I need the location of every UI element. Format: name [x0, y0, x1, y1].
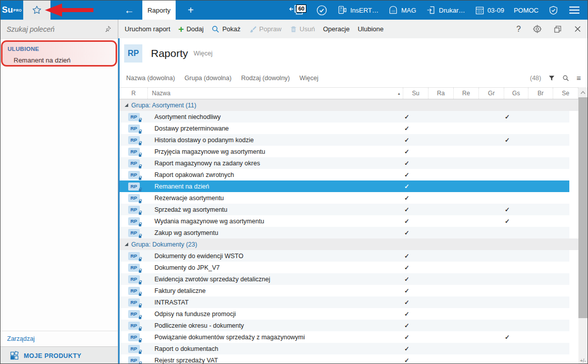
report-name: Faktury detaliczne — [148, 287, 394, 294]
report-name: Dostawy przeterminowane — [148, 125, 394, 132]
column-header-gs[interactable]: Gs — [504, 88, 528, 99]
quicklaunch-insert[interactable]: InsERT… — [337, 5, 379, 15]
check-cell-su: ✓ — [394, 160, 419, 167]
search-icon[interactable] — [562, 75, 569, 82]
new-tab-button[interactable]: + — [188, 1, 194, 20]
report-type-cell: RP — [120, 333, 148, 341]
table-row[interactable]: RPRaport opakowań zwrotnych✓ — [120, 169, 569, 180]
group-row[interactable]: Grupa: Dokumenty (23) — [120, 238, 578, 250]
table-row[interactable]: RPSprzedaż wg asortymentu✓✓ — [120, 204, 569, 215]
column-header-su[interactable]: Su — [403, 88, 429, 99]
status-check-button[interactable] — [316, 5, 328, 16]
operations-menu[interactable]: Operacje — [323, 25, 350, 33]
table-row[interactable]: RPDokumenty do ewidencji WSTO✓ — [120, 250, 569, 262]
resize-grip[interactable]: +/- — [578, 358, 587, 363]
gear-icon[interactable] — [533, 25, 542, 33]
table-row[interactable]: RPPodliczenie okresu - dokumenty✓ — [120, 320, 569, 331]
my-products-bar[interactable]: MOJE PRODUKTY — [1, 346, 118, 364]
table-row[interactable]: RPZakup wg asortymentu✓ — [120, 227, 569, 238]
table-row[interactable]: RPDokumenty do JPK_V7✓ — [120, 262, 569, 273]
column-header-se[interactable]: Se — [553, 88, 578, 99]
table-row[interactable]: RPINTRASTAT✓ — [120, 296, 569, 308]
scrollbar-thumb[interactable] — [578, 97, 587, 318]
filter-name[interactable]: Nazwa (dowolna) — [126, 75, 175, 82]
quicklaunch-drukarka[interactable]: Drukar… — [426, 5, 465, 15]
report-type-cell: RP — [120, 298, 148, 307]
check-cell-su: ✓ — [394, 357, 419, 364]
app-logo[interactable]: SuPRO — [1, 1, 23, 20]
scroll-up-arrow[interactable] — [578, 87, 587, 97]
table-row[interactable]: RPHistoria dostawy o podanym kodzie✓✓ — [120, 134, 569, 146]
table-row[interactable]: RPRezerwacje asortymentu✓ — [120, 192, 569, 204]
main-menu-button[interactable] — [568, 6, 580, 15]
report-name: Historia dostawy o podanym kodzie — [148, 137, 394, 144]
add-button[interactable]: +Dodaj — [178, 25, 203, 33]
rp-badge-icon: RP — [128, 194, 140, 202]
lock-icon — [139, 293, 141, 296]
funnel-icon[interactable] — [548, 75, 555, 82]
filter-type[interactable]: Rodzaj (dowolny) — [241, 75, 290, 82]
close-icon[interactable] — [574, 25, 581, 33]
table-row[interactable]: RPPrzyjęcia magazynowe wg asortymentu✓ — [120, 146, 569, 157]
filter-more[interactable]: Więcej — [299, 75, 318, 82]
favorites-star-button[interactable] — [23, 1, 50, 20]
report-name: Zakup wg asortymentu — [148, 229, 394, 236]
report-name: Raport opakowań zwrotnych — [148, 171, 394, 178]
table-row[interactable]: RPPowiązanie dokumentów sprzedaży z maga… — [120, 331, 569, 343]
favorites-menu[interactable]: Ulubione — [358, 25, 384, 33]
restore-window-icon[interactable] — [554, 25, 562, 33]
rp-badge-icon: RP — [128, 322, 140, 330]
command-search[interactable] — [1, 20, 118, 39]
window-switcher-button[interactable]: 60 — [289, 4, 306, 16]
table-row[interactable]: RPFaktury detaliczne✓ — [120, 285, 569, 296]
back-button[interactable]: ← — [124, 1, 134, 20]
security-shield-button[interactable] — [548, 5, 559, 16]
report-name: Rezerwacje asortymentu — [148, 195, 394, 202]
column-header-br[interactable]: Br — [528, 88, 553, 99]
pin-icon[interactable] — [104, 25, 112, 33]
module-area: RP Raporty Więcej Nazwa (dowolna) Grupa … — [118, 38, 587, 364]
report-type-cell: RP — [120, 252, 148, 260]
quicklaunch-mag[interactable]: MAG — [388, 5, 416, 15]
table-row[interactable]: RPRaport o dokumentach✓ — [120, 343, 569, 354]
table-row[interactable]: RPAsortyment niechodliwy✓✓ — [120, 111, 569, 123]
help-button[interactable]: ? — [516, 25, 521, 34]
vertical-scrollbar[interactable]: +/- — [578, 87, 587, 364]
table-row[interactable]: RPEwidencja zwrotów sprzedaży detaliczne… — [120, 273, 569, 285]
table-row[interactable]: RPRemanent na dzień✓ — [120, 180, 569, 192]
table-row[interactable]: RPRejestr sprzedaży VAT✓ — [120, 354, 569, 364]
group-expand-icon[interactable] — [125, 242, 128, 246]
table-row[interactable]: RPOdpisy na fundusze promocji✓ — [120, 308, 569, 320]
report-type-cell: RP — [120, 171, 148, 179]
column-header-re[interactable]: Re — [454, 88, 479, 99]
list-options-icon[interactable]: ≡ — [576, 74, 581, 82]
tab-raporty[interactable]: Raporty — [142, 1, 176, 20]
show-button[interactable]: Pokaż — [211, 25, 240, 33]
table-row[interactable]: RPRaport magazynowy na zadany okres✓ — [120, 157, 569, 169]
lock-icon — [139, 340, 141, 342]
column-header-nazwa[interactable]: Nazwa▲ — [148, 88, 403, 99]
rp-badge-icon: RP — [128, 125, 140, 133]
sidebar-item-remanent-na-dzien[interactable]: Remanent na dzień — [14, 56, 118, 64]
group-expand-icon[interactable] — [125, 103, 128, 107]
quicklaunch-date[interactable]: 03-09 — [475, 6, 504, 15]
lock-icon — [139, 166, 141, 168]
column-header-gr[interactable]: Gr — [479, 88, 504, 99]
group-row[interactable]: Grupa: Asortyment (11) — [120, 99, 578, 111]
rp-badge-icon: RP — [128, 113, 140, 121]
filter-group[interactable]: Grupa (dowolna) — [185, 75, 232, 82]
more-link[interactable]: Więcej — [194, 50, 213, 57]
help-menu-button[interactable]: POMOC — [514, 7, 539, 14]
column-header-r[interactable]: R — [120, 88, 148, 99]
column-header-ra[interactable]: Ra — [429, 88, 454, 99]
search-input[interactable] — [7, 25, 104, 33]
table-row[interactable]: RPDostawy przeterminowane✓ — [120, 123, 569, 134]
table-row[interactable]: RPWydania magazynowe wg asortymentu✓✓ — [120, 215, 569, 227]
run-report-button[interactable]: Uruchom raport — [125, 25, 170, 33]
manage-link[interactable]: Zarządzaj — [1, 331, 118, 346]
edit-button[interactable]: Popraw — [249, 25, 282, 33]
rp-badge-icon: RP — [128, 356, 140, 364]
report-name: Dokumenty do ewidencji WSTO — [148, 253, 394, 260]
delete-button[interactable]: Usuń — [290, 25, 315, 33]
report-name: Podliczenie okresu - dokumenty — [148, 322, 394, 329]
